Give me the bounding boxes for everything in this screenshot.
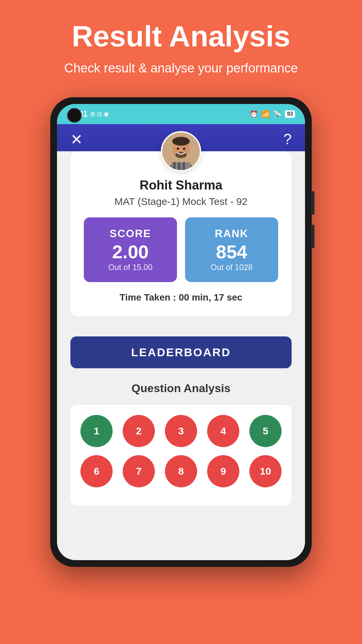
status-notification-icons: ⊞ ⊟ ◉ <box>90 110 109 118</box>
test-name: MAT (Stage-1) Mock Test - 92 <box>115 196 248 207</box>
question-bubble-4[interactable]: 4 <box>207 415 239 447</box>
signal-icon: 📶 <box>261 110 270 118</box>
question-bubble-5[interactable]: 5 <box>249 415 282 447</box>
page-subtitle: Check result & analyse your performance <box>38 59 325 77</box>
svg-point-3 <box>172 137 190 146</box>
question-bubble-3[interactable]: 3 <box>165 415 197 447</box>
svg-rect-6 <box>173 162 176 170</box>
questions-card: 1 2 3 4 5 6 7 8 9 10 <box>70 405 292 505</box>
question-analysis-title: Question Analysis <box>70 382 292 395</box>
question-bubble-6[interactable]: 6 <box>80 455 113 487</box>
question-bubble-1[interactable]: 1 <box>80 415 113 447</box>
phone-screen: 10:41 ⊞ ⊟ ◉ ⏰ 📶 📡 93 ✕ ? <box>57 104 305 560</box>
leaderboard-button[interactable]: LEADERBOARD <box>70 336 292 368</box>
rank-subtext: Out of 1028 <box>210 263 252 272</box>
result-card-wrapper: Rohit Sharma MAT (Stage-1) Mock Test - 9… <box>57 151 305 330</box>
volume-button-1 <box>311 191 314 215</box>
phone-frame: 10:41 ⊞ ⊟ ◉ ⏰ 📶 📡 93 ✕ ? <box>50 97 312 567</box>
question-bubble-7[interactable]: 7 <box>123 455 155 487</box>
time-taken-value: 00 min, 17 sec <box>179 292 242 303</box>
questions-row-2: 6 7 8 9 10 <box>80 455 282 487</box>
help-button[interactable]: ? <box>284 131 292 148</box>
svg-point-10 <box>183 148 185 150</box>
svg-point-9 <box>177 148 179 150</box>
status-bar: 10:41 ⊞ ⊟ ◉ ⏰ 📶 📡 93 <box>57 104 305 124</box>
score-box: SCORE 2.00 Out of 15.00 <box>84 217 177 282</box>
wifi-icon: 📡 <box>273 110 282 118</box>
question-bubble-2[interactable]: 2 <box>123 415 155 447</box>
camera-hole <box>67 108 82 123</box>
battery-indicator: 93 <box>285 110 295 118</box>
score-subtext: Out of 15.00 <box>108 263 153 272</box>
result-card: Rohit Sharma MAT (Stage-1) Mock Test - 9… <box>70 151 292 316</box>
rank-box: RANK 854 Out of 1028 <box>185 217 278 282</box>
time-taken: Time Taken : 00 min, 17 sec <box>120 292 242 303</box>
score-value: 2.00 <box>112 243 149 261</box>
question-bubble-8[interactable]: 8 <box>165 455 197 487</box>
time-taken-prefix: Time Taken : <box>120 292 179 303</box>
avatar-container <box>161 131 201 171</box>
volume-button-2 <box>311 225 314 248</box>
status-icons: ⏰ 📶 📡 93 <box>250 110 295 118</box>
close-button[interactable]: ✕ <box>70 131 83 148</box>
question-analysis-section: Question Analysis 1 2 3 4 5 6 7 8 9 10 <box>57 375 305 519</box>
question-bubble-9[interactable]: 9 <box>207 455 239 487</box>
alarm-icon: ⏰ <box>250 110 258 118</box>
leaderboard-section: LEADERBOARD <box>57 330 305 375</box>
user-name: Rohit Sharma <box>139 178 222 193</box>
svg-rect-8 <box>183 162 185 170</box>
page-title: Result Analysis <box>72 20 290 53</box>
questions-row-1: 1 2 3 4 5 <box>80 415 282 447</box>
rank-value: 854 <box>216 243 247 261</box>
svg-rect-7 <box>178 162 180 170</box>
score-label: SCORE <box>110 227 151 240</box>
avatar <box>161 131 201 171</box>
rank-label: RANK <box>215 227 248 240</box>
score-rank-row: SCORE 2.00 Out of 15.00 RANK 854 Out of … <box>84 217 278 282</box>
question-bubble-10[interactable]: 10 <box>249 455 282 487</box>
